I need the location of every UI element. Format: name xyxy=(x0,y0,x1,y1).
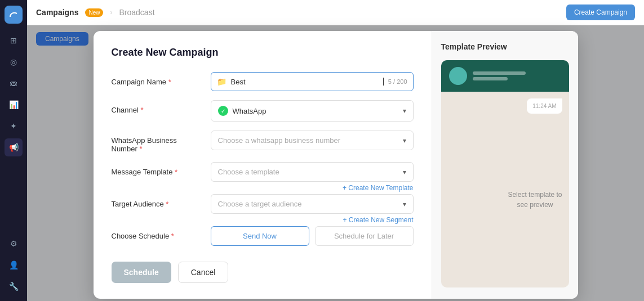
required-indicator: * xyxy=(166,200,168,208)
sidebar-logo xyxy=(5,6,23,24)
campaign-name-input-wrapper[interactable]: 📁 5 / 200 xyxy=(211,72,414,91)
breadcrumb-separator: › xyxy=(110,8,112,16)
char-counter: 5 / 200 xyxy=(388,78,407,85)
cursor xyxy=(383,78,384,86)
chevron-down-icon: ▾ xyxy=(403,168,406,176)
required-indicator: * xyxy=(171,232,174,240)
preview-contact-info xyxy=(473,71,561,80)
folder-icon: 📁 xyxy=(217,77,226,86)
whatsapp-number-select[interactable]: Choose a whatsapp business number ▾ xyxy=(211,131,414,150)
audience-placeholder: Choose a target audience xyxy=(218,200,398,208)
sidebar-item-settings[interactable]: ⚙ xyxy=(5,235,23,253)
preview-select-line2: see preview xyxy=(517,201,553,209)
sidebar-item-tools[interactable]: 🔧 xyxy=(5,277,23,295)
message-template-select[interactable]: Choose a template ▾ xyxy=(211,162,414,182)
preview-body: 11:24 AM Select template to see preview xyxy=(441,92,569,287)
sidebar-item-campaigns[interactable]: 📢 xyxy=(5,138,23,156)
target-audience-select[interactable]: Choose a target audience ▾ xyxy=(211,194,414,214)
channel-select[interactable]: ✓ WhatsApp ▾ xyxy=(211,100,414,122)
template-placeholder: Choose a template xyxy=(218,168,398,176)
top-bar-title: Campaigns xyxy=(36,8,78,17)
target-audience-row: Target Audience * Choose a target audien… xyxy=(112,194,414,224)
modal-title: Create New Campaign xyxy=(112,47,414,59)
whatsapp-number-row: WhatsApp Business Number * Choose a what… xyxy=(112,131,414,153)
main-content: Campaigns New › Broadcast Create Campaig… xyxy=(27,0,644,301)
target-audience-field: Choose a target audience ▾ + Create New … xyxy=(211,194,414,224)
schedule-field: Send Now Schedule for Later xyxy=(211,226,414,246)
send-now-button[interactable]: Send Now xyxy=(211,226,309,246)
preview-avatar xyxy=(449,67,467,85)
required-indicator: * xyxy=(175,168,177,176)
top-bar-subtitle: Broadcast xyxy=(119,8,154,17)
message-template-label: Message Template * xyxy=(112,162,202,176)
preview-select-line1: Select template to xyxy=(508,191,562,199)
template-preview-panel: Template Preview 11:24 AM xyxy=(432,31,578,299)
whatsapp-icon: ✓ xyxy=(218,106,228,116)
message-template-field: Choose a template ▾ + Create New Templat… xyxy=(211,162,414,192)
chevron-down-icon: ▾ xyxy=(403,107,406,115)
sidebar-item-analytics[interactable]: 📊 xyxy=(5,96,23,114)
preview-message-bubble: 11:24 AM xyxy=(527,98,562,114)
chevron-down-icon: ▾ xyxy=(403,200,406,208)
whatsapp-number-placeholder: Choose a whatsapp business number xyxy=(218,136,398,145)
target-audience-label: Target Audience * xyxy=(112,194,202,208)
create-campaign-modal: Create New Campaign Campaign Name * 📁 xyxy=(94,31,578,299)
channel-label: Channel * xyxy=(112,100,202,114)
preview-name-line xyxy=(473,71,526,75)
modal-left-panel: Create New Campaign Campaign Name * 📁 xyxy=(94,31,432,299)
sidebar-item-tickets[interactable]: 🎟 xyxy=(5,74,23,92)
preview-status-line xyxy=(473,77,508,80)
channel-value: WhatsApp xyxy=(233,107,398,115)
sidebar-item-contacts[interactable]: ✦ xyxy=(5,117,23,135)
top-bar: Campaigns New › Broadcast Create Campaig… xyxy=(27,0,644,25)
message-template-row: Message Template * Choose a template ▾ +… xyxy=(112,162,414,192)
campaign-name-field: 📁 5 / 200 xyxy=(211,72,414,91)
campaign-name-row: Campaign Name * 📁 5 / 200 xyxy=(112,72,414,91)
cancel-button[interactable]: Cancel xyxy=(178,262,229,283)
required-indicator: * xyxy=(139,145,142,153)
svg-rect-0 xyxy=(8,9,19,20)
channel-field: ✓ WhatsApp ▾ xyxy=(211,100,414,122)
preview-header xyxy=(441,60,569,92)
whatsapp-preview: 11:24 AM Select template to see preview xyxy=(441,60,569,287)
create-segment-link[interactable]: + Create New Segment xyxy=(211,216,414,224)
sidebar: ⊞ ◎ 🎟 📊 ✦ 📢 ⚙ 👤 🔧 xyxy=(0,0,27,301)
whatsapp-number-field: Choose a whatsapp business number ▾ xyxy=(211,131,414,150)
preview-title: Template Preview xyxy=(441,42,569,51)
campaign-name-label: Campaign Name * xyxy=(112,72,202,86)
channel-row: Channel * ✓ WhatsApp ▾ xyxy=(112,100,414,122)
preview-time: 11:24 AM xyxy=(532,103,556,109)
schedule-label: Choose Schedule * xyxy=(112,226,202,240)
campaign-name-input[interactable] xyxy=(231,78,379,86)
whatsapp-number-label: WhatsApp Business Number * xyxy=(112,131,202,153)
required-indicator: * xyxy=(168,78,171,86)
required-indicator: * xyxy=(141,106,144,114)
schedule-later-button[interactable]: Schedule for Later xyxy=(315,226,414,246)
modal-overlay: Create New Campaign Campaign Name * 📁 xyxy=(27,25,644,301)
chevron-down-icon: ▾ xyxy=(403,137,406,145)
schedule-button[interactable]: Schedule xyxy=(112,262,171,283)
preview-placeholder-text: Select template to see preview xyxy=(508,118,562,281)
create-campaign-button[interactable]: Create Campaign xyxy=(566,5,635,20)
sidebar-item-dashboard[interactable]: ⊞ xyxy=(5,32,23,50)
schedule-row: Choose Schedule * Send Now Schedule for … xyxy=(112,226,414,246)
top-bar-badge: New xyxy=(85,8,103,17)
content-area: Campaigns Broadcast Create New Campaign … xyxy=(27,25,644,301)
create-template-link[interactable]: + Create New Template xyxy=(211,184,414,192)
sidebar-item-inbox[interactable]: ◎ xyxy=(5,53,23,71)
sidebar-item-reports[interactable]: 👤 xyxy=(5,256,23,274)
schedule-buttons: Send Now Schedule for Later xyxy=(211,226,414,246)
modal-footer: Schedule Cancel xyxy=(112,257,414,283)
